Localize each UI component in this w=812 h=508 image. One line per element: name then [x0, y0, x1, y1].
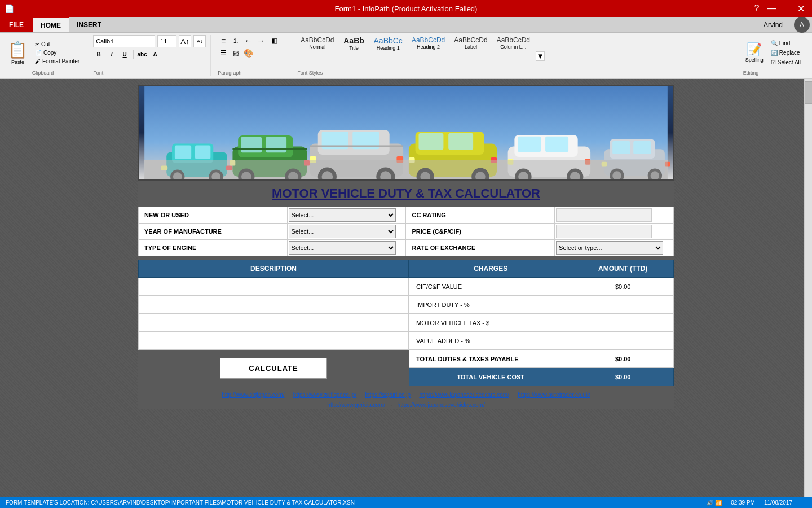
amount-import: [572, 296, 674, 314]
form-container: MOTOR VEHICLE DUTY & TAX CALCULATOR NEW …: [138, 85, 674, 409]
scrollbar-thumb[interactable]: [805, 81, 812, 104]
link-autotrader[interactable]: https://www.autotrader.co.uk/: [518, 392, 590, 398]
title-bar-text: Form1 - InfoPath (Product Activation Fai…: [335, 5, 478, 13]
numbering-button[interactable]: 1.: [230, 35, 241, 46]
fill-button[interactable]: 🎨: [242, 47, 254, 59]
new-or-used-label: NEW OR USED: [139, 207, 288, 224]
font-color-button[interactable]: A: [149, 49, 161, 59]
maximize-button[interactable]: □: [781, 3, 792, 14]
vehicle-cost-label: TOTAL VEHICLE COST: [409, 368, 572, 386]
style-scroll-button[interactable]: ▼: [536, 51, 545, 61]
right-section: CHARGES AMOUNT (TTD) CIF/C&F VALUE $0.00…: [409, 260, 674, 386]
new-or-used-select[interactable]: Select... New Used: [289, 208, 396, 222]
table-row: MOTOR VEHICLE TAX - $: [409, 314, 674, 332]
select-all-button[interactable]: ☑Select All: [769, 59, 802, 66]
table-row: CIF/C&F VALUE $0.00: [409, 278, 674, 296]
rate-label: RATE OF EXCHANGE: [406, 240, 555, 256]
link-sayuri[interactable]: https://sayuri.co.jp: [365, 392, 411, 398]
underline-button[interactable]: U: [119, 49, 130, 59]
calculate-button[interactable]: CALCULATE: [220, 358, 327, 379]
shrink-font-button[interactable]: A↓: [193, 35, 206, 47]
title-bar-icon: 📄: [5, 4, 14, 13]
font-name-input[interactable]: [93, 35, 155, 47]
cut-button[interactable]: ✂Cut: [33, 41, 81, 48]
amount-cif: $0.00: [572, 278, 674, 296]
copy-button[interactable]: 📄Copy: [33, 49, 81, 56]
cc-rating-label: CC RATING: [406, 207, 555, 224]
help-button[interactable]: ?: [751, 3, 762, 14]
grow-font-button[interactable]: A↑: [179, 35, 191, 47]
description-table: DESCRIPTION: [138, 260, 409, 350]
align-center-button[interactable]: ☰: [218, 47, 229, 59]
bullets-button[interactable]: ≡: [218, 35, 229, 46]
charges-mvt: MOTOR VEHICLE TAX - $: [409, 314, 572, 332]
style-heading2[interactable]: AaBbCcDd Heading 2: [408, 35, 448, 51]
style-normal[interactable]: AaBbCcDd Normal: [297, 35, 337, 51]
find-button[interactable]: 🔍Find: [769, 40, 802, 47]
minimize-button[interactable]: —: [764, 3, 779, 14]
svg-rect-37: [448, 133, 473, 150]
link-japaneseusedcars[interactable]: https://www.japaneseusedcars.com/: [419, 392, 509, 398]
car-banner: [138, 85, 674, 181]
link-gericia[interactable]: http://www.gericia.com/: [327, 402, 385, 408]
font-size-input[interactable]: [157, 35, 176, 47]
charges-cif: CIF/C&F VALUE: [409, 278, 572, 296]
status-time: 02:39 PM: [731, 500, 755, 506]
style-heading1[interactable]: AaBbCc Heading 1: [370, 35, 406, 52]
svg-rect-46: [518, 137, 541, 152]
align-right-button[interactable]: ▨: [230, 47, 241, 59]
amount-vat: [572, 332, 674, 350]
indent-increase-button[interactable]: →: [255, 35, 266, 46]
engine-select[interactable]: Select... Petrol Diesel Hybrid Electric: [289, 241, 396, 255]
price-input[interactable]: [556, 225, 652, 238]
user-name: Arvind: [754, 17, 792, 32]
status-text: FORM TEMPLATE'S LOCATION: C:\USERS\ARVIN…: [6, 500, 355, 506]
style-title[interactable]: AaBb Title: [340, 35, 368, 52]
desc-row3: [139, 314, 409, 332]
paste-button[interactable]: 📋 Paste: [5, 40, 31, 66]
tab-file[interactable]: FILE: [0, 17, 33, 32]
rate-select[interactable]: Select or type...: [556, 241, 663, 255]
charges-vat: VALUE ADDED - %: [409, 332, 572, 350]
bold-button[interactable]: B: [93, 49, 104, 59]
total-label: TOTAL DUTIES & TAXES PAYABLE: [409, 350, 572, 368]
ribbon-content: 📋 Paste ✂Cut 📄Copy 🖌Format Painter Clipb…: [0, 33, 812, 79]
year-select[interactable]: Select... 2017 2016 2015: [289, 225, 396, 238]
svg-rect-36: [418, 133, 443, 150]
font-styles-group: AaBbCcDd Normal AaBb Title AaBbCc Headin…: [293, 35, 736, 76]
user-avatar: A: [794, 17, 810, 33]
spelling-button[interactable]: 📝 Spelling: [743, 41, 766, 64]
close-button[interactable]: ✕: [795, 3, 807, 14]
style-label[interactable]: AaBbCcDd Label: [451, 35, 491, 51]
highlight-button[interactable]: abc: [136, 49, 148, 59]
svg-rect-47: [545, 137, 568, 152]
align-left-button[interactable]: ◧: [268, 35, 280, 46]
table-row: IMPORT DUTY - %: [409, 296, 674, 314]
link-zulfiqar[interactable]: https://www.zulfiqar.co.jp/: [293, 392, 356, 398]
calculate-button-container: CALCULATE: [138, 350, 409, 386]
status-bar: FORM TEMPLATE'S LOCATION: C:\USERS\ARVIN…: [0, 497, 812, 508]
link-sbtjapan[interactable]: http://www.sbtjapan.com/: [222, 392, 284, 398]
svg-rect-57: [633, 141, 651, 154]
left-section: DESCRIPTION CALCULATE: [138, 260, 409, 386]
italic-button[interactable]: I: [106, 49, 117, 59]
tab-home[interactable]: HOME: [33, 17, 69, 32]
replace-button[interactable]: 🔄Replace: [769, 49, 802, 56]
engine-cell: Select... Petrol Diesel Hybrid Electric: [287, 240, 406, 256]
results-table: CHARGES AMOUNT (TTD) CIF/C&F VALUE $0.00…: [409, 260, 674, 386]
vehicle-cost-amount: $0.00: [572, 368, 674, 386]
calculator-title: MOTOR VEHICLE DUTY & TAX CALCULATOR: [138, 186, 674, 201]
svg-rect-14: [241, 137, 262, 152]
format-painter-button[interactable]: 🖌Format Painter: [33, 58, 81, 65]
indent-decrease-button[interactable]: ←: [242, 35, 254, 46]
amount-header: AMOUNT (TTD): [572, 260, 674, 278]
cc-rating-input[interactable]: [556, 208, 652, 222]
scrollbar[interactable]: [804, 79, 812, 497]
tab-insert[interactable]: INSERT: [69, 17, 109, 32]
font-group: A↑ A↓ B I U abc A Font: [89, 35, 211, 76]
style-column[interactable]: AaBbCcDd Column L...: [493, 35, 533, 51]
table-row: VALUE ADDED - %: [409, 332, 674, 350]
cc-rating-cell: [555, 207, 674, 224]
link-japanesevehicles[interactable]: https://www.japanesevehicles.com/: [398, 402, 485, 408]
results-section: DESCRIPTION CALCULATE: [138, 260, 674, 386]
